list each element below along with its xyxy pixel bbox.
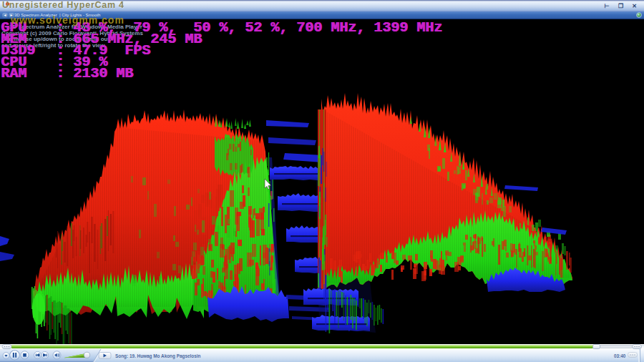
svg-text:03:40: 03:40 xyxy=(614,353,626,358)
svg-text:Song: 19. Huwag Mo Akong Pags: Song: 19. Huwag Mo Akong Pagselosin xyxy=(115,353,201,359)
